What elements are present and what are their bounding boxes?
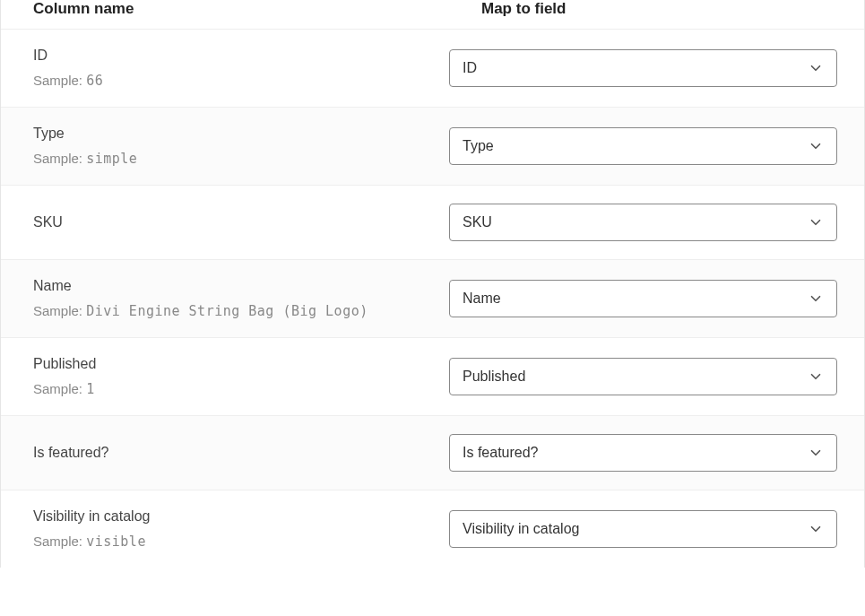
column-sample: Sample: 1 — [33, 381, 417, 397]
map-to-field-select[interactable]: Type — [449, 127, 837, 165]
column-name-label: Name — [33, 278, 417, 294]
select-value: SKU — [463, 214, 492, 230]
column-sample: Sample: Divi Engine String Bag (Big Logo… — [33, 303, 417, 319]
map-cell: ID — [449, 49, 864, 87]
column-name-label: Published — [33, 356, 417, 372]
header-map-to-field: Map to field — [449, 0, 864, 18]
chevron-down-icon — [808, 521, 824, 537]
table-row: Type Sample: simple Type — [1, 107, 864, 185]
table-row: ID Sample: 66 ID — [1, 29, 864, 107]
select-value: Visibility in catalog — [463, 521, 579, 537]
column-cell: Visibility in catalog Sample: visible — [1, 508, 449, 550]
column-name-label: SKU — [33, 214, 417, 230]
sample-label: Sample: — [33, 73, 82, 88]
map-cell: Published — [449, 358, 864, 395]
sample-value: simple — [86, 151, 137, 167]
sample-label: Sample: — [33, 381, 82, 396]
sample-label: Sample: — [33, 151, 82, 166]
column-name-label: ID — [33, 48, 417, 64]
map-to-field-select[interactable]: Name — [449, 280, 837, 317]
map-cell: Visibility in catalog — [449, 510, 864, 548]
column-cell: Type Sample: simple — [1, 126, 449, 167]
column-name-label: Is featured? — [33, 445, 417, 461]
chevron-down-icon — [808, 214, 824, 230]
map-cell: SKU — [449, 204, 864, 241]
select-value: Type — [463, 138, 494, 154]
map-to-field-select[interactable]: Visibility in catalog — [449, 510, 837, 548]
select-value: Is featured? — [463, 445, 539, 461]
column-cell: ID Sample: 66 — [1, 48, 449, 89]
chevron-down-icon — [808, 138, 824, 154]
sample-label: Sample: — [33, 534, 82, 549]
header-column-name: Column name — [1, 0, 449, 18]
select-value: Name — [463, 291, 501, 307]
chevron-down-icon — [808, 445, 824, 461]
map-to-field-select[interactable]: SKU — [449, 204, 837, 241]
chevron-down-icon — [808, 369, 824, 385]
table-row: Visibility in catalog Sample: visible Vi… — [1, 490, 864, 568]
map-cell: Is featured? — [449, 434, 864, 472]
sample-value: visible — [86, 534, 146, 550]
table-row: Name Sample: Divi Engine String Bag (Big… — [1, 259, 864, 337]
column-cell: Published Sample: 1 — [1, 356, 449, 397]
sample-label: Sample: — [33, 303, 82, 318]
map-to-field-select[interactable]: Is featured? — [449, 434, 837, 472]
table-row: SKU SKU — [1, 185, 864, 259]
column-name-label: Visibility in catalog — [33, 508, 417, 525]
map-cell: Name — [449, 280, 864, 317]
column-sample: Sample: 66 — [33, 73, 417, 89]
table-row: Published Sample: 1 Published — [1, 337, 864, 415]
map-to-field-select[interactable]: ID — [449, 49, 837, 87]
column-sample: Sample: visible — [33, 534, 417, 550]
column-sample: Sample: simple — [33, 151, 417, 167]
select-value: Published — [463, 369, 525, 385]
map-cell: Type — [449, 127, 864, 165]
table-row: Is featured? Is featured? — [1, 415, 864, 490]
chevron-down-icon — [808, 60, 824, 76]
column-cell: Is featured? — [1, 445, 449, 461]
column-name-label: Type — [33, 126, 417, 142]
sample-value: 66 — [86, 73, 103, 89]
map-to-field-select[interactable]: Published — [449, 358, 837, 395]
select-value: ID — [463, 60, 477, 76]
sample-value: 1 — [86, 381, 95, 397]
column-cell: Name Sample: Divi Engine String Bag (Big… — [1, 278, 449, 319]
chevron-down-icon — [808, 291, 824, 307]
column-cell: SKU — [1, 214, 449, 230]
mapping-table: Column name Map to field ID Sample: 66 I… — [0, 0, 865, 568]
sample-value: Divi Engine String Bag (Big Logo) — [86, 303, 368, 319]
table-header: Column name Map to field — [1, 0, 864, 29]
